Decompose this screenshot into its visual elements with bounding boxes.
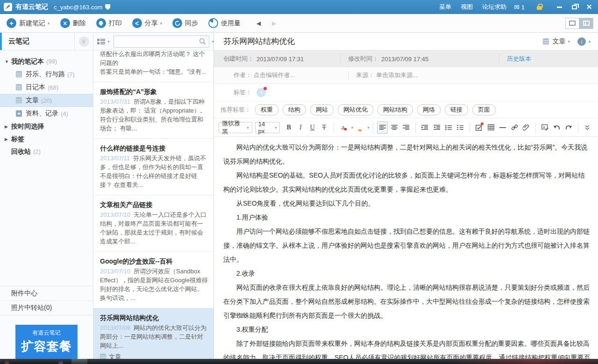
taskbar-app-icon[interactable]: [58, 359, 63, 364]
sidebar-item-by-time[interactable]: ▶ 按时间选择: [0, 120, 93, 133]
account-email[interactable]: c_yabc@163.com: [54, 4, 102, 11]
chevron-right-icon[interactable]: ▶: [5, 137, 11, 142]
share-button[interactable]: < 分享 ▾: [132, 18, 163, 28]
sync-button[interactable]: 同步: [172, 18, 198, 28]
mail-button[interactable]: ✉ 1: [514, 3, 525, 11]
italic-button[interactable]: I: [295, 121, 306, 134]
author-field[interactable]: 点击编辑作者...: [254, 71, 295, 79]
view-button[interactable]: 视图: [461, 3, 473, 11]
sidebar-item-notebook[interactable]: ★ 资料、记录 (4): [0, 107, 93, 120]
delete-button[interactable]: × 删除: [60, 18, 86, 28]
collapse-toolbar-button[interactable]: [582, 121, 593, 134]
redo-button[interactable]: [563, 121, 574, 134]
search-input[interactable]: [117, 38, 199, 45]
search-box[interactable]: [114, 36, 209, 48]
minimize-button[interactable]: [553, 2, 565, 12]
chevron-down-icon[interactable]: ▾: [568, 39, 570, 44]
tag-pill[interactable]: 结构: [283, 104, 306, 115]
underline-button[interactable]: U: [307, 121, 318, 134]
notebook-select[interactable]: 文章 ▾: [543, 37, 570, 46]
photo-station-link[interactable]: 照片中转站(0): [0, 301, 93, 315]
bullet-list-button[interactable]: [443, 121, 454, 134]
info-button[interactable]: i: [577, 37, 586, 46]
outdent-button[interactable]: [431, 121, 442, 134]
menu-button[interactable]: 菜单: [439, 3, 451, 11]
chevron-down-icon[interactable]: ▾: [160, 21, 163, 26]
taskbar-active-app[interactable]: [71, 359, 87, 364]
chevron-down-icon[interactable]: ▾: [107, 39, 110, 44]
font-family-select[interactable]: 微软雅黑▾: [219, 122, 252, 133]
chevron-down-icon[interactable]: ▼: [5, 59, 11, 64]
sidebar-item-my-notebooks[interactable]: ▼ 我的笔记本 (99): [0, 55, 93, 68]
sidebar-item-notebook-selected[interactable]: 文章 (20): [0, 94, 93, 107]
tag-pill[interactable]: 网站: [310, 104, 334, 115]
bold-button[interactable]: B: [283, 121, 294, 134]
numbered-list-button[interactable]: [455, 121, 466, 134]
chevron-down-icon[interactable]: ▾: [367, 125, 370, 130]
layout-split-button[interactable]: [579, 18, 593, 29]
spellcheck-button[interactable]: a: [540, 121, 550, 134]
usage-button[interactable]: 使用量: [208, 18, 241, 28]
attachment-button[interactable]: [521, 121, 532, 134]
insert-link-button[interactable]: [509, 121, 520, 134]
note-list-item-selected[interactable]: 芬乐网网站结构优化 2013/07/09网站内的优化大致可以分为两部分：一是网站…: [93, 308, 214, 359]
undo-button[interactable]: [551, 121, 562, 134]
tag-pill[interactable]: 网站结构: [377, 104, 413, 115]
chevron-down-icon[interactable]: ▾: [351, 125, 354, 130]
tags-row: 标签： +: [214, 84, 598, 101]
list-view-button[interactable]: ▾: [97, 38, 110, 45]
note-title[interactable]: 芬乐网网站结构优化: [223, 36, 543, 47]
taskbar-app-icon[interactable]: [5, 359, 9, 364]
add-tag-button[interactable]: +: [256, 88, 266, 97]
note-body-editor[interactable]: 网站内的优化大致可以分为两部分：一是网站结构调整，二是针对网站上的相关词的相关性…: [214, 137, 598, 359]
history-version-link[interactable]: 历史版本: [507, 55, 531, 63]
sidebar-item-notebook[interactable]: 日记本 (68): [0, 81, 93, 94]
tag-pill[interactable]: 权重: [255, 104, 278, 115]
back-button[interactable]: ◀: [256, 20, 261, 27]
lock-icon[interactable]: [537, 6, 542, 10]
align-left-button[interactable]: [377, 121, 388, 134]
note-list-item[interactable]: 搭配什么衣服出席哪两方活动呢？ 这个问题的 答案只是简单的一句话：“随意。”没有…: [93, 50, 214, 82]
highlight-button[interactable]: [354, 121, 364, 134]
tag-pill[interactable]: 页面: [472, 104, 496, 115]
modified-time: 2013/07/09 17:45: [381, 56, 428, 63]
print-button[interactable]: 打印: [96, 18, 122, 28]
sidebar-item-notebook[interactable]: 芬乐、行与路 (7): [0, 68, 93, 81]
sidebar-item-trash[interactable]: 回收站 (2): [0, 145, 93, 158]
todo-checkbox-button[interactable]: [474, 121, 484, 134]
horizontal-rule-button[interactable]: [497, 121, 508, 134]
tag-pill[interactable]: 网站优化: [338, 104, 373, 115]
new-note-button[interactable]: + 新建笔记 ▾: [7, 18, 50, 28]
sidebar-item-tags[interactable]: ▶ 标签: [0, 133, 93, 145]
forum-help-button[interactable]: 论坛求助: [482, 3, 506, 11]
indent-button[interactable]: [420, 121, 430, 134]
note-list-item[interactable]: 服饰搭配的“A”形象 2013/07/31所谓A形象，是指以下四种形象表达，即：…: [93, 82, 214, 139]
source-field[interactable]: 单击添加来源...: [376, 71, 418, 79]
attachment-center-link[interactable]: 附件中心: [0, 286, 93, 301]
windows-taskbar[interactable]: [0, 359, 598, 364]
vip-button[interactable]: ♛: [74, 33, 93, 50]
tag-pill[interactable]: 链接: [445, 104, 468, 115]
font-color-button[interactable]: a: [337, 121, 348, 134]
chevron-right-icon[interactable]: ▶: [5, 124, 11, 129]
upgrade-ad-banner[interactable]: 有道云笔记 扩容套餐: [15, 325, 78, 359]
align-center-button[interactable]: [389, 121, 399, 134]
restore-button[interactable]: [568, 2, 580, 12]
chevron-up-icon[interactable]: ▲: [588, 39, 591, 43]
tag-pill[interactable]: 网络: [417, 104, 441, 115]
note-list-item[interactable]: 什么样的链接是号连接 2013/07/11芬乐网天天发外链，虽说不多，但也足够，…: [93, 139, 214, 195]
note-list-item[interactable]: 文章相关产品链接 2013/07/10无论单一入口还是多个入口结构，对最终产品页…: [93, 195, 214, 252]
note-list-item[interactable]: Google的沙盒效应--百科 2013/07/10所谓沙河效应（Sandbox…: [93, 252, 214, 308]
chevron-down-icon[interactable]: ▾: [48, 21, 50, 26]
close-button[interactable]: ✕: [583, 2, 595, 12]
search-options-button[interactable]: ▾: [212, 39, 214, 44]
insert-table-button[interactable]: [485, 121, 496, 134]
notebook-icon: [16, 84, 22, 91]
forward-button[interactable]: ▶: [272, 20, 276, 27]
align-right-button[interactable]: [401, 121, 412, 134]
strikethrough-button[interactable]: T: [319, 121, 329, 134]
titlebar: 有道云笔记 c_yabc@163.com 菜单 视图 论坛求助 ✉ 1 ✕: [0, 0, 598, 14]
note-date: 2013/07/10: [100, 268, 130, 275]
font-size-select[interactable]: 14 px▾: [255, 122, 280, 133]
layout-single-button[interactable]: [565, 18, 579, 29]
